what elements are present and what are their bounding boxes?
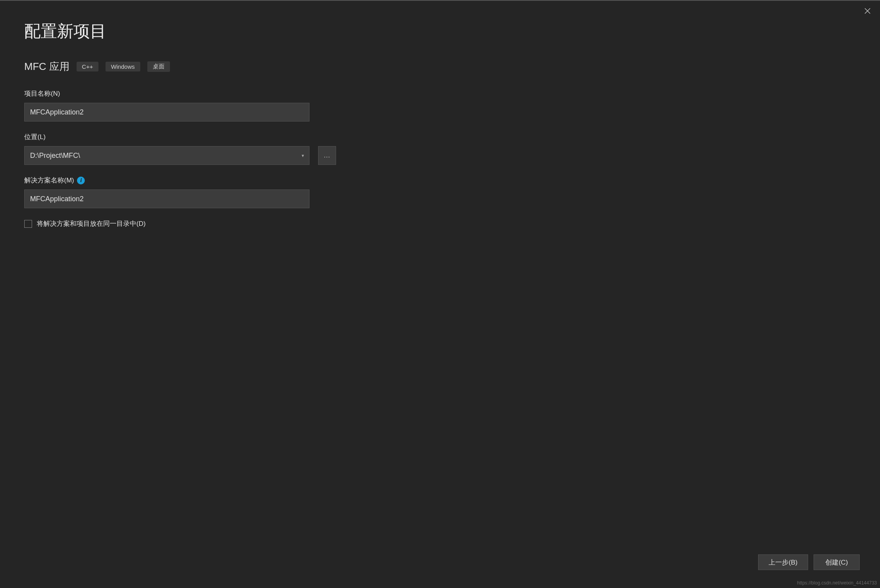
same-directory-label[interactable]: 将解决方案和项目放在同一目录中(D): [37, 219, 146, 228]
solution-name-label: 解决方案名称(M) i: [24, 176, 856, 185]
same-directory-row: 将解决方案和项目放在同一目录中(D): [24, 219, 856, 228]
browse-button[interactable]: ...: [318, 146, 336, 165]
page-title: 配置新项目: [24, 20, 856, 42]
template-tag: 桌面: [147, 61, 170, 72]
location-row: ▼ ...: [24, 146, 856, 165]
back-button[interactable]: 上一步(B): [758, 554, 808, 570]
info-icon[interactable]: i: [77, 177, 85, 184]
project-name-group: 项目名称(N): [24, 89, 856, 122]
create-button[interactable]: 创建(C): [814, 554, 860, 570]
watermark: https://blog.csdn.net/weixin_44144733: [797, 580, 877, 586]
location-select-wrapper: ▼: [24, 146, 309, 165]
solution-name-group: 解决方案名称(M) i: [24, 176, 856, 208]
footer-buttons: 上一步(B) 创建(C): [758, 554, 860, 570]
location-group: 位置(L) ▼ ...: [24, 132, 856, 165]
solution-name-label-text: 解决方案名称(M): [24, 176, 74, 185]
location-input[interactable]: [24, 146, 309, 165]
location-label: 位置(L): [24, 132, 856, 141]
template-tag: C++: [77, 62, 98, 71]
project-name-label: 项目名称(N): [24, 89, 856, 98]
project-name-input[interactable]: [24, 103, 309, 122]
template-row: MFC 应用 C++ Windows 桌面: [24, 60, 856, 73]
dialog-content: 配置新项目 MFC 应用 C++ Windows 桌面 项目名称(N) 位置(L…: [0, 1, 880, 228]
close-button[interactable]: [862, 5, 873, 16]
template-name: MFC 应用: [24, 60, 70, 73]
same-directory-checkbox[interactable]: [24, 220, 32, 228]
solution-name-input[interactable]: [24, 189, 309, 208]
close-icon: [864, 7, 871, 14]
template-tag: Windows: [106, 62, 140, 71]
